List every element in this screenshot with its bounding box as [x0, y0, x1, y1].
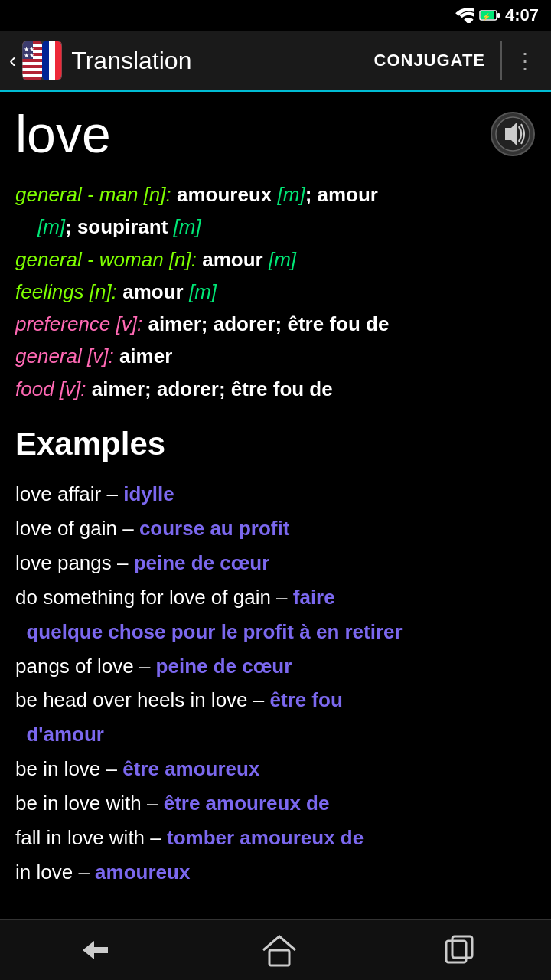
app-bar: ‹ ★★ ★★ — [0, 31, 551, 92]
definition-line: food [v]: aimer; adorer; être fou de — [15, 374, 536, 404]
back-button[interactable]: ‹ — [9, 48, 16, 73]
app-icon: ★★ ★★ — [22, 41, 62, 80]
definition-line: general - man [n]: amoureux [m]; amour — [15, 179, 536, 210]
example-line: pangs of love – peine de cœur — [15, 650, 536, 683]
svg-rect-19 — [55, 41, 62, 80]
svg-rect-12 — [22, 68, 42, 71]
example-line: in love – amoureux — [15, 856, 536, 889]
nav-recents-button[interactable] — [442, 933, 480, 967]
example-line: love pangs – peine de cœur — [15, 547, 536, 580]
battery-icon: ⚡ — [479, 9, 500, 21]
nav-home-button[interactable] — [260, 933, 298, 967]
example-line: love affair – idylle — [15, 478, 536, 511]
svg-rect-13 — [22, 74, 42, 77]
svg-rect-25 — [446, 941, 466, 962]
example-line: be in love with – être amoureux de — [15, 787, 536, 820]
example-line: fall in love with – tomber amoureux de — [15, 822, 536, 854]
definition-line: [m]; soupirant [m] — [15, 211, 536, 242]
example-line: be head over heels in love – être fou — [15, 684, 536, 717]
svg-text:★★: ★★ — [24, 52, 34, 59]
category-label: general - man [n]: — [15, 183, 171, 206]
svg-rect-11 — [22, 62, 42, 65]
svg-rect-2 — [497, 13, 500, 18]
conjugate-button[interactable]: CONJUGATE — [365, 44, 495, 77]
word-header: love — [15, 104, 536, 164]
svg-rect-18 — [49, 41, 55, 80]
svg-text:⚡: ⚡ — [482, 12, 491, 21]
example-line: do something for love of gain – faire — [15, 581, 536, 614]
example-line: quelque chose pour le profit à en retire… — [15, 616, 536, 648]
wifi-icon — [455, 8, 474, 23]
status-time: 4:07 — [505, 5, 539, 25]
svg-rect-24 — [269, 950, 289, 965]
definitions-section: general - man [n]: amoureux [m]; amour [… — [15, 179, 536, 404]
definition-line: preference [v]: aimer; adorer; être fou … — [15, 309, 536, 339]
app-title: Translation — [71, 47, 364, 75]
definition-line: general [v]: aimer — [15, 341, 536, 371]
speaker-button[interactable] — [490, 111, 536, 157]
status-icons: ⚡ 4:07 — [455, 5, 539, 25]
examples-list: love affair – idylle love of gain – cour… — [15, 478, 536, 889]
word-title: love — [15, 104, 111, 164]
example-line: d'amour — [15, 718, 536, 751]
status-bar: ⚡ 4:07 — [0, 0, 551, 31]
menu-button[interactable]: ⋮ — [508, 42, 542, 80]
main-content: love general - man [n]: amoureux [m]; am… — [0, 92, 551, 967]
example-line: love of gain – course au profit — [15, 512, 536, 545]
definition-line: general - woman [n]: amour [m] — [15, 244, 536, 275]
definition-line: feelings [n]: amour [m] — [15, 276, 536, 307]
bottom-nav — [0, 919, 551, 980]
svg-rect-26 — [452, 936, 472, 958]
example-line: be in love – être amoureux — [15, 753, 536, 786]
svg-rect-17 — [42, 41, 49, 80]
examples-title: Examples — [15, 426, 536, 462]
nav-back-button[interactable] — [71, 935, 117, 965]
divider — [500, 41, 502, 80]
